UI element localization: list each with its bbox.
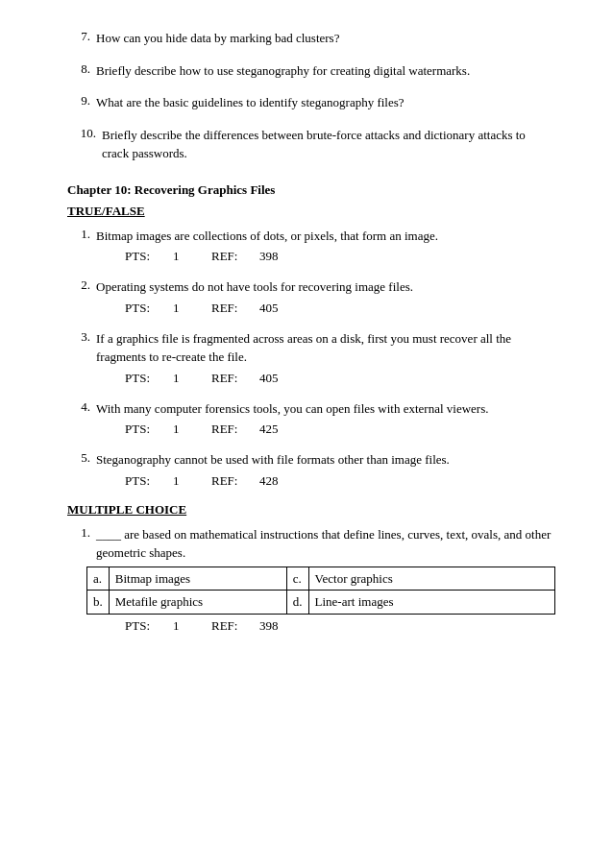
tf2-text: Operating systems do not have tools for … bbox=[96, 277, 555, 297]
tf4-ref-val: 425 bbox=[259, 422, 288, 437]
mc1-a-letter: a. bbox=[87, 567, 110, 591]
tf3-pts-val: 1 bbox=[173, 371, 192, 386]
q7-text: How can you hide data by marking bad clu… bbox=[96, 29, 555, 48]
mc1-answer-table: a. Bitmap images c. Vector graphics b. M… bbox=[86, 567, 555, 615]
tf2-num: 2. bbox=[67, 277, 96, 297]
tf2-ref-label: REF: bbox=[211, 301, 240, 316]
mc1-c-text: Vector graphics bbox=[308, 567, 554, 591]
q10-num: 10. bbox=[67, 126, 102, 163]
tf4-pts-val: 1 bbox=[173, 422, 192, 437]
tf5-pts-label: PTS: bbox=[125, 473, 154, 489]
tf1-num: 1. bbox=[67, 227, 96, 246]
question-9: 9. What are the basic guidelines to iden… bbox=[67, 93, 555, 112]
tf3-num: 3. bbox=[67, 329, 96, 367]
tf4-text: With many computer forensics tools, you … bbox=[96, 399, 555, 419]
tf3-ref-val: 405 bbox=[259, 371, 288, 386]
truefalse-section-title: TRUE/FALSE bbox=[67, 204, 555, 219]
q8-text: Briefly describe how to use steganograph… bbox=[96, 61, 555, 81]
tf2-pts-val: 1 bbox=[173, 301, 192, 316]
tf5-ref-label: REF: bbox=[211, 473, 240, 489]
tf1-text: Bitmap images are collections of dots, o… bbox=[96, 227, 555, 246]
mc1-ref-val: 398 bbox=[259, 618, 288, 634]
table-row: b. Metafile graphics d. Line-art images bbox=[87, 591, 555, 615]
tf-question-1: 1. Bitmap images are collections of dots… bbox=[67, 227, 555, 265]
q7-num: 7. bbox=[67, 29, 96, 48]
tf4-num: 4. bbox=[67, 399, 96, 419]
question-8: 8. Briefly describe how to use steganogr… bbox=[67, 61, 555, 81]
mc1-b-letter: b. bbox=[87, 591, 110, 615]
question-10: 10. Briefly describe the differences bet… bbox=[67, 126, 555, 163]
tf5-pts-val: 1 bbox=[173, 473, 192, 489]
tf4-pts-label: PTS: bbox=[125, 422, 154, 437]
tf1-ref-label: REF: bbox=[211, 249, 240, 264]
mc1-d-letter: d. bbox=[286, 591, 308, 615]
chapter-title: Chapter 10: Recovering Graphics Files bbox=[67, 182, 555, 198]
tf4-ref-label: REF: bbox=[211, 422, 240, 437]
mc1-pts-val: 1 bbox=[173, 618, 192, 634]
multiplechoice-section-title: MULTIPLE CHOICE bbox=[67, 502, 555, 518]
tf2-ref-val: 405 bbox=[259, 301, 288, 316]
question-7: 7. How can you hide data by marking bad … bbox=[67, 29, 555, 48]
q10-text: Briefly describe the differences between… bbox=[102, 126, 555, 163]
tf5-text: Steganography cannot be used with file f… bbox=[96, 450, 555, 470]
tf1-pts-val: 1 bbox=[173, 249, 192, 264]
mc1-num: 1. bbox=[67, 525, 96, 563]
mc1-text: ____ are based on mathematical instructi… bbox=[96, 525, 555, 563]
mc-question-1: 1. ____ are based on mathematical instru… bbox=[67, 525, 555, 634]
mc1-pts-label: PTS: bbox=[125, 618, 154, 634]
tf3-ref-label: REF: bbox=[211, 371, 240, 386]
tf3-pts-label: PTS: bbox=[125, 371, 154, 386]
tf3-text: If a graphics file is fragmented across … bbox=[96, 329, 555, 367]
tf-question-3: 3. If a graphics file is fragmented acro… bbox=[67, 329, 555, 386]
tf1-ref-val: 398 bbox=[259, 249, 288, 264]
tf-question-4: 4. With many computer forensics tools, y… bbox=[67, 399, 555, 438]
tf-question-5: 5. Steganography cannot be used with fil… bbox=[67, 450, 555, 489]
mc1-ref-label: REF: bbox=[211, 618, 240, 634]
table-row: a. Bitmap images c. Vector graphics bbox=[87, 567, 555, 591]
tf2-pts-label: PTS: bbox=[125, 301, 154, 316]
mc1-d-text: Line-art images bbox=[308, 591, 554, 615]
mc1-a-text: Bitmap images bbox=[109, 567, 286, 591]
q8-num: 8. bbox=[67, 61, 96, 81]
tf1-pts-label: PTS: bbox=[125, 249, 154, 264]
q9-text: What are the basic guidelines to identif… bbox=[96, 93, 555, 112]
mc1-b-text: Metafile graphics bbox=[109, 591, 286, 615]
tf5-num: 5. bbox=[67, 450, 96, 470]
mc1-c-letter: c. bbox=[286, 567, 308, 591]
tf5-ref-val: 428 bbox=[259, 473, 288, 489]
q9-num: 9. bbox=[67, 93, 96, 112]
tf-question-2: 2. Operating systems do not have tools f… bbox=[67, 277, 555, 316]
